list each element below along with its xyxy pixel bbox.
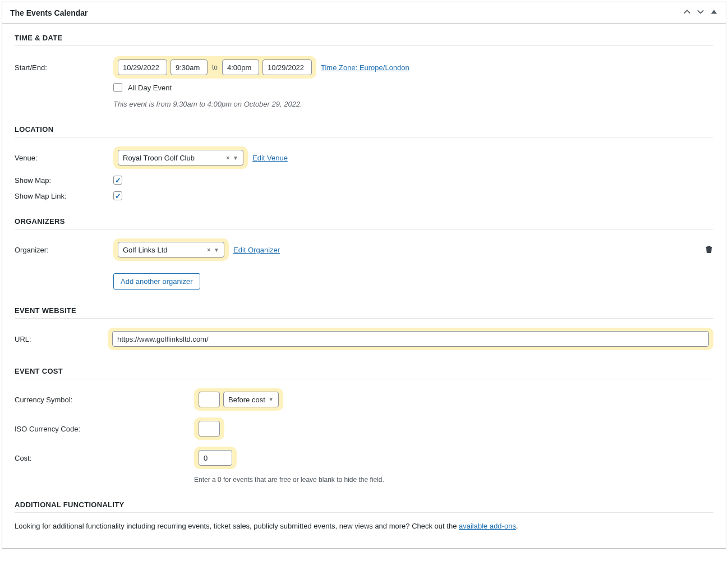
cost-row: Cost: bbox=[15, 443, 713, 472]
section-additional-heading: ADDITIONAL FUNCTIONALITY bbox=[15, 500, 713, 513]
show-map-link-label: Show Map Link: bbox=[15, 192, 113, 200]
currency-position-dropdown-icon: ▼ bbox=[269, 397, 274, 402]
organizer-clear-icon[interactable]: × bbox=[207, 247, 210, 253]
organizer-select[interactable]: Golf Links Ltd × ▼ bbox=[118, 242, 224, 258]
section-location-heading: LOCATION bbox=[15, 125, 713, 137]
venue-select[interactable]: Royal Troon Golf Club × ▼ bbox=[118, 150, 243, 166]
cost-hint-row: Enter a 0 for events that are free or le… bbox=[15, 472, 713, 487]
available-addons-link[interactable]: available add-ons bbox=[459, 522, 516, 530]
edit-organizer-link[interactable]: Edit Organizer bbox=[233, 246, 280, 254]
currency-symbol-input[interactable] bbox=[199, 392, 220, 407]
url-label: URL: bbox=[15, 335, 108, 343]
show-map-label: Show Map: bbox=[15, 176, 113, 185]
all-day-row: All Day Event bbox=[15, 82, 713, 95]
start-end-controls: to Time Zone: Europe/London bbox=[113, 56, 713, 79]
all-day-checkbox[interactable] bbox=[113, 83, 122, 92]
delete-organizer-icon[interactable] bbox=[704, 245, 713, 255]
organizer-value: Golf Links Ltd bbox=[123, 246, 168, 254]
panel-down-icon[interactable] bbox=[697, 8, 704, 17]
url-input[interactable] bbox=[112, 331, 709, 347]
section-website-heading: EVENT WEBSITE bbox=[15, 306, 713, 319]
cost-hint: Enter a 0 for events that are free or le… bbox=[194, 476, 384, 484]
show-map-link-row: Show Map Link: bbox=[15, 188, 713, 204]
show-map-row: Show Map: bbox=[15, 172, 713, 188]
start-date-input[interactable] bbox=[118, 59, 167, 75]
add-organizer-button[interactable]: Add another organizer bbox=[113, 273, 200, 290]
organizer-label: Organizer: bbox=[15, 246, 113, 254]
venue-dropdown-icon[interactable]: ▼ bbox=[233, 155, 238, 161]
panel-up-icon[interactable] bbox=[683, 8, 691, 17]
currency-highlight: Before cost ▼ bbox=[194, 388, 283, 411]
iso-highlight bbox=[194, 417, 224, 440]
start-end-label: Start/End: bbox=[15, 63, 113, 72]
venue-clear-icon[interactable]: × bbox=[226, 155, 229, 161]
organizer-highlight: Golf Links Ltd × ▼ bbox=[113, 238, 229, 261]
show-map-link-checkbox[interactable] bbox=[113, 191, 122, 200]
venue-value: Royal Troon Golf Club bbox=[123, 154, 195, 162]
panel-collapse-icon[interactable] bbox=[710, 8, 718, 17]
iso-code-label: ISO Currency Code: bbox=[15, 425, 194, 433]
all-day-label: All Day Event bbox=[128, 84, 172, 92]
end-time-input[interactable] bbox=[222, 59, 259, 75]
additional-text-post: . bbox=[516, 522, 518, 530]
section-time-date-heading: TIME & DATE bbox=[15, 34, 713, 46]
currency-symbol-label: Currency Symbol: bbox=[15, 396, 194, 404]
to-label: to bbox=[211, 63, 219, 71]
currency-row: Currency Symbol: Before cost ▼ bbox=[15, 385, 713, 414]
venue-label: Venue: bbox=[15, 154, 113, 162]
time-hint-row: This event is from 9:30am to 4:00pm on O… bbox=[15, 95, 713, 112]
additional-text: Looking for additional functionality inc… bbox=[15, 521, 713, 532]
time-hint: This event is from 9:30am to 4:00pm on O… bbox=[113, 100, 302, 108]
url-highlight bbox=[108, 328, 713, 350]
currency-position-select[interactable]: Before cost ▼ bbox=[223, 392, 279, 407]
venue-highlight: Royal Troon Golf Club × ▼ bbox=[113, 146, 248, 169]
organizer-row: Organizer: Golf Links Ltd × ▼ Edit Organ… bbox=[15, 235, 713, 264]
edit-venue-link[interactable]: Edit Venue bbox=[252, 154, 288, 162]
timezone-link[interactable]: Time Zone: Europe/London bbox=[321, 63, 409, 72]
section-organizers-heading: ORGANIZERS bbox=[15, 217, 713, 229]
panel-actions bbox=[683, 8, 718, 17]
add-organizer-row: Add another organizer bbox=[15, 270, 713, 293]
currency-position-value: Before cost bbox=[228, 396, 265, 404]
start-time-input[interactable] bbox=[171, 59, 208, 75]
venue-row: Venue: Royal Troon Golf Club × ▼ Edit Ve… bbox=[15, 143, 713, 172]
datetime-highlight: to bbox=[113, 56, 316, 79]
section-cost-heading: EVENT COST bbox=[15, 367, 713, 379]
start-end-row: Start/End: to Time Zone: Europe/London bbox=[15, 53, 713, 82]
additional-text-pre: Looking for additional functionality inc… bbox=[15, 522, 459, 530]
iso-code-input[interactable] bbox=[199, 421, 220, 437]
cost-highlight bbox=[194, 447, 237, 469]
panel-body: TIME & DATE Start/End: to Time Zone: Eur… bbox=[2, 24, 726, 548]
panel-header: The Events Calendar bbox=[2, 2, 726, 24]
panel-title: The Events Calendar bbox=[10, 8, 88, 17]
cost-input[interactable] bbox=[199, 450, 232, 466]
show-map-checkbox[interactable] bbox=[113, 176, 122, 185]
url-row: URL: bbox=[15, 324, 713, 353]
cost-label: Cost: bbox=[15, 454, 194, 462]
iso-row: ISO Currency Code: bbox=[15, 414, 713, 443]
events-calendar-panel: The Events Calendar TIME & DATE Start/En… bbox=[2, 2, 726, 549]
organizer-dropdown-icon[interactable]: ▼ bbox=[214, 247, 219, 253]
end-date-input[interactable] bbox=[262, 59, 312, 75]
